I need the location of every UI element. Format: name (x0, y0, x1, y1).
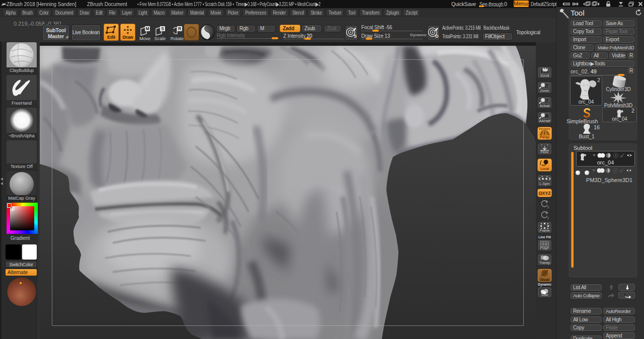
svg-text:R: R (178, 26, 181, 31)
svg-text:z: z (547, 216, 549, 220)
svg-text:S: S (161, 26, 164, 31)
svg-text:S: S (354, 34, 357, 39)
svg-text:y: y (547, 205, 549, 209)
svg-text:D: D (435, 34, 439, 39)
svg-text:M: M (145, 26, 149, 31)
